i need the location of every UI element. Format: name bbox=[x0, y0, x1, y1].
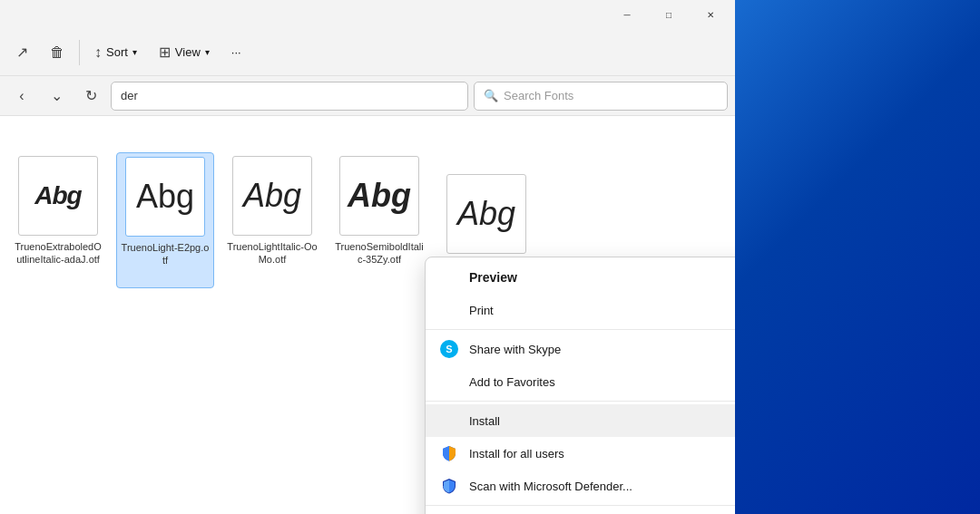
sort-icon: ↕ bbox=[94, 44, 102, 61]
context-menu-item-install[interactable]: Install bbox=[426, 404, 735, 437]
refresh-button[interactable]: ↻ bbox=[76, 82, 105, 111]
font-preview-2: Abg bbox=[125, 157, 205, 237]
search-bar[interactable]: 🔍 Search Fonts bbox=[474, 82, 728, 111]
addressbar-row: ‹ ⌄ ↻ der 🔍 Search Fonts bbox=[0, 76, 735, 116]
context-menu-label-install-all: Install for all users bbox=[469, 447, 564, 461]
maximize-button[interactable]: □ bbox=[648, 0, 690, 29]
context-menu-divider-2 bbox=[426, 401, 735, 402]
title-bar: ─ □ ✕ bbox=[0, 0, 735, 29]
view-button[interactable]: ⊞ View ▾ bbox=[150, 38, 219, 66]
font-name-4: TruenoSemiboldItalic-35Zy.otf bbox=[334, 240, 425, 267]
address-bar[interactable]: der bbox=[111, 82, 468, 111]
font-name-1: TruenoExtraboledOutlineItalic-adaJ.otf bbox=[13, 240, 103, 267]
toolbar: ↗ 🗑 ↕ Sort ▾ ⊞ View ▾ ··· bbox=[0, 29, 735, 76]
favorites-icon bbox=[440, 373, 458, 391]
share-icon: ↗ bbox=[16, 44, 28, 61]
search-placeholder: Search Fonts bbox=[504, 89, 573, 102]
explorer-window: ─ □ ✕ ↗ 🗑 ↕ Sort ▾ ⊞ View ▾ ··· ‹ ⌄ ↻ bbox=[0, 0, 735, 514]
title-bar-buttons: ─ □ ✕ bbox=[606, 0, 731, 29]
font-name-2: TruenoLight-E2pg.otf bbox=[121, 241, 210, 267]
view-icon: ⊞ bbox=[159, 44, 171, 61]
context-menu-item-open-with[interactable]: Open with... bbox=[426, 509, 735, 514]
uac-shield-icon bbox=[440, 444, 458, 462]
context-menu-item-add-favorites[interactable]: Add to Favorites bbox=[426, 365, 735, 398]
list-item[interactable]: Abg TruenoLight-E2pg.otf bbox=[116, 152, 214, 288]
more-button[interactable]: ··· bbox=[222, 40, 250, 64]
context-menu-item-print[interactable]: Print bbox=[426, 294, 735, 326]
preview-icon bbox=[440, 268, 458, 286]
back-button[interactable]: ‹ bbox=[7, 82, 36, 111]
context-menu-item-preview[interactable]: Preview bbox=[426, 261, 735, 294]
view-label: View bbox=[175, 45, 201, 59]
list-item[interactable]: Abg TruenoSemiboldItalic-35Zy.otf bbox=[330, 152, 428, 288]
sort-button[interactable]: ↕ Sort ▾ bbox=[85, 39, 146, 66]
context-menu-label-print: Print bbox=[469, 304, 494, 317]
more-label: ··· bbox=[231, 45, 241, 59]
install-icon bbox=[440, 412, 458, 430]
font-preview-3: Abg bbox=[232, 156, 312, 236]
defender-icon bbox=[440, 477, 458, 495]
desktop-background bbox=[708, 0, 980, 514]
context-menu-divider-3 bbox=[426, 505, 735, 506]
context-menu-label-add-favorites: Add to Favorites bbox=[469, 375, 555, 389]
sort-label: Sort bbox=[106, 45, 128, 59]
close-button[interactable]: ✕ bbox=[690, 0, 731, 29]
font-preview-1: Abg bbox=[18, 156, 98, 236]
view-chevron-icon: ▾ bbox=[205, 47, 210, 57]
context-menu-label-preview: Preview bbox=[469, 270, 517, 285]
address-text: der bbox=[121, 89, 138, 102]
delete-icon: 🗑 bbox=[50, 44, 64, 61]
context-menu-label-install: Install bbox=[469, 414, 500, 428]
font-preview-5: Abg bbox=[446, 174, 526, 254]
main-area: Abg TruenoExtraboledOutlineItalic-adaJ.o… bbox=[0, 116, 735, 514]
context-menu-item-share-skype[interactable]: S Share with Skype bbox=[426, 333, 735, 365]
context-menu: Preview Print S Share with Skype Add to … bbox=[425, 257, 735, 514]
font-name-3: TruenoLightItalic-OoMo.otf bbox=[227, 240, 318, 267]
dropdown-button[interactable]: ⌄ bbox=[42, 82, 71, 111]
context-menu-item-install-all[interactable]: Install for all users bbox=[426, 437, 735, 470]
minimize-button[interactable]: ─ bbox=[606, 0, 648, 29]
list-item[interactable]: Abg TruenoLightItalic-OoMo.otf bbox=[223, 152, 321, 288]
font-preview-4: Abg bbox=[339, 156, 419, 236]
context-menu-item-scan[interactable]: Scan with Microsoft Defender... bbox=[426, 470, 735, 502]
sort-chevron-icon: ▾ bbox=[132, 47, 137, 57]
context-menu-divider-1 bbox=[426, 329, 735, 330]
toolbar-separator-1 bbox=[79, 40, 80, 65]
share-button[interactable]: ↗ bbox=[7, 38, 37, 66]
print-icon bbox=[440, 301, 458, 319]
list-item[interactable]: Abg TruenoExtraboledOutlineItalic-adaJ.o… bbox=[9, 152, 107, 288]
context-menu-label-scan: Scan with Microsoft Defender... bbox=[469, 480, 632, 493]
context-menu-label-share-skype: Share with Skype bbox=[469, 343, 561, 356]
skype-icon: S bbox=[440, 340, 458, 358]
search-icon: 🔍 bbox=[484, 89, 498, 102]
delete-button[interactable]: 🗑 bbox=[41, 39, 74, 66]
